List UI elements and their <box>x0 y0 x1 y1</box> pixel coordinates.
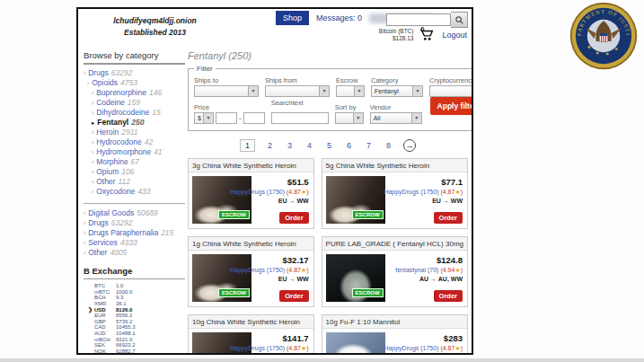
category-count: 15 <box>152 109 160 118</box>
sidebar-item-codeine[interactable]: ›Codeine159 <box>92 99 185 108</box>
price-min-input[interactable] <box>216 112 237 124</box>
category-link: Other <box>88 249 107 258</box>
category-label: Category <box>371 76 423 84</box>
vendor-link[interactable]: HappyDrugs (1750) <box>230 189 287 195</box>
searchtext-input[interactable] <box>271 112 329 124</box>
sort-by-select[interactable]: ▾ <box>335 112 364 124</box>
sidebar-item-hydrocodone[interactable]: ›Hydrocodone42 <box>92 138 185 147</box>
sidebar-item-fentanyl[interactable]: ▸Fentanyl250 <box>92 119 185 128</box>
shop-button[interactable]: Shop <box>276 11 309 25</box>
page-5[interactable]: 5 <box>324 140 334 151</box>
vendor-label: Vendor <box>370 103 422 111</box>
product-title[interactable]: 10g Fu-F 1:10 Mannitol <box>322 315 467 329</box>
price-max-input[interactable] <box>243 112 265 124</box>
active-marker <box>84 342 94 349</box>
order-button[interactable]: Order <box>434 212 463 224</box>
vendor-link[interactable]: HappyDrugs (1750) <box>230 267 287 273</box>
sidebar-item-digital-goods[interactable]: ›Digital Goods50689 <box>84 209 185 218</box>
chevron-down-icon: ▾ <box>319 86 329 96</box>
btc-price: $128.13 <box>379 35 414 42</box>
active-marker <box>84 313 94 319</box>
sidebar-divider <box>84 203 185 204</box>
exchange-code: XMR <box>94 301 116 307</box>
vendor-select[interactable]: All▾ <box>370 112 422 124</box>
category-link: Opioids <box>92 79 118 88</box>
sidebar-item-other[interactable]: ›Other4005 <box>84 249 185 258</box>
category-list: ›Drugs63292›Opioids4753›Buprenorphine146… <box>84 69 185 197</box>
sidebar-item-other[interactable]: ›Other112 <box>92 178 185 187</box>
sidebar-item-services[interactable]: ›Services4333 <box>84 239 185 248</box>
page-6[interactable]: 6 <box>344 140 354 151</box>
bullet-icon: › <box>92 110 93 116</box>
apply-filter-button[interactable]: Apply filter <box>430 97 473 115</box>
cart-button[interactable]: 0 <box>419 28 436 42</box>
page-8[interactable]: 8 <box>384 140 393 151</box>
order-button[interactable]: Order <box>279 212 308 224</box>
exchange-row-eur: EUR6556.1 <box>84 313 185 319</box>
logout-link[interactable]: Logout <box>442 31 467 40</box>
search-button[interactable] <box>451 12 468 28</box>
exchange-code: AUD <box>94 331 116 337</box>
bullet-icon: › <box>84 240 85 246</box>
vendor-rating: (4.94 <box>440 267 454 273</box>
next-page-button[interactable]: → <box>403 139 416 152</box>
vendor-rating-close: ) <box>306 345 308 351</box>
product-image[interactable] <box>326 332 385 355</box>
sidebar-item-opioids[interactable]: ›Opioids4753 <box>87 79 185 88</box>
vendor-rating: (4.87 <box>287 267 301 273</box>
bullet-icon: › <box>84 220 85 226</box>
order-button[interactable]: Order <box>434 290 463 302</box>
order-button[interactable]: Order <box>279 290 308 302</box>
escrow-select[interactable]: ▾ <box>336 85 365 97</box>
product-price: $51.5 <box>230 177 309 187</box>
search-input[interactable] <box>386 13 451 26</box>
page-3[interactable]: 3 <box>285 140 295 151</box>
product-info: $51.5HappyDrugs (1750) (4.87★)EU → WW <box>230 177 309 204</box>
page-4[interactable]: 4 <box>304 140 314 151</box>
page-2[interactable]: 2 <box>265 140 275 151</box>
ships-to-select[interactable]: ▾ <box>194 85 259 97</box>
messages-link[interactable]: Messages: 0 <box>316 13 362 22</box>
product-body: ESCROW$77.1HappyDrugs (1750) (4.87★)EU →… <box>322 172 467 228</box>
sidebar-item-drugs[interactable]: ›Drugs63292 <box>84 69 185 78</box>
escrow-label: Escrow <box>336 76 365 84</box>
sidebar-item-morphine[interactable]: ›Morphine67 <box>92 158 185 167</box>
category-select[interactable]: Fentanyl▾ <box>371 85 423 97</box>
sidebar-item-heroin[interactable]: ›Heroin2911 <box>92 128 185 137</box>
product-title[interactable]: PURE LAB_GRADE ( Fentanyl HCL) 30mg <box>322 237 467 251</box>
product-title[interactable]: 3g China White Synthetic Heroin <box>189 159 313 172</box>
exchange-code: mBTC <box>94 289 116 296</box>
sidebar-item-oxycodone[interactable]: ›Oxycodone433 <box>92 188 185 197</box>
category-count: 63292 <box>111 219 133 228</box>
product-price: $124.8 <box>395 255 463 265</box>
currency-select[interactable]: $▾ <box>194 112 214 124</box>
sidebar-item-dihydrocodeine[interactable]: ›Dihydrocodeine15 <box>92 109 185 118</box>
page-1[interactable]: 1 <box>240 139 255 152</box>
sidebar-item-opium[interactable]: ›Opium106 <box>92 168 185 177</box>
exchange-row-bch: BCH9.3 <box>84 295 185 301</box>
category-count: 42 <box>145 138 153 147</box>
vendor-link[interactable]: HappyDrugs (1750) <box>384 189 440 195</box>
category-link: Services <box>88 239 118 248</box>
vendor-rating-close: ) <box>461 267 463 273</box>
vendor-link[interactable]: fentastynal (70) <box>395 267 440 273</box>
cart-count-badge: 0 <box>420 26 424 32</box>
sidebar-item-drugs-paraphernalia[interactable]: ›Drugs Paraphernalia215 <box>84 229 185 238</box>
product-title[interactable]: 5g China White Synthetic Heroin <box>322 159 467 172</box>
product-title[interactable]: 10g China White Synthetic Heroin <box>189 315 313 329</box>
vendor-link[interactable]: HappyDrugs (1750) <box>230 345 287 351</box>
vendor-rating: (4.87 <box>287 345 301 351</box>
ships-from-select[interactable]: ▾ <box>265 85 330 97</box>
category-link: Buprenorphine <box>96 89 146 98</box>
product-title[interactable]: 1g China White Synthetic Heroin <box>189 237 313 251</box>
vendor-rating-close: ) <box>461 189 463 195</box>
page-7[interactable]: 7 <box>364 140 374 151</box>
exchange-code: SEK <box>94 342 116 349</box>
vendor-link[interactable]: HappyDrugs (1750) <box>384 345 440 351</box>
sidebar-item-drugs[interactable]: ›Drugs63292 <box>84 219 185 228</box>
sidebar-item-hydromorphone[interactable]: ›Hydromorphone41 <box>92 148 185 157</box>
cryptocurrency-select[interactable]: ▾ <box>429 85 473 97</box>
exchange-value: 36.1 <box>116 301 185 307</box>
category-count: 67 <box>131 158 139 167</box>
sidebar-item-buprenorphine[interactable]: ›Buprenorphine146 <box>92 89 185 98</box>
